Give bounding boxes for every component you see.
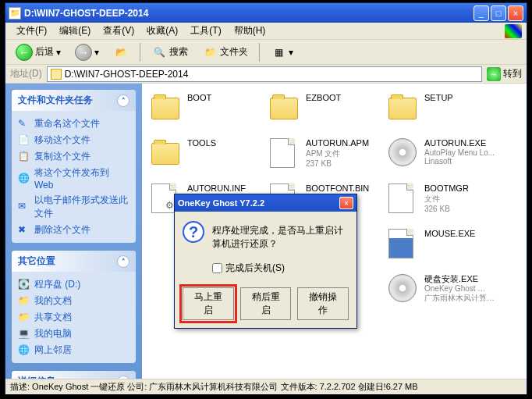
places-panel: 其它位置 ˄ 💽程序盘 (D:)📁我的文档📁共享文档💻我的电脑🌐网上邻居	[12, 251, 136, 363]
file-item[interactable]: AUTORUN.APMAPM 文件237 KB	[268, 137, 387, 182]
file-name: TOOLS	[187, 138, 216, 148]
minimize-button[interactable]: _	[473, 5, 489, 21]
chevron-up-icon: ˄	[117, 94, 129, 107]
file-item[interactable]: AUTORUN.EXEAutoPlay Menu Lo...Linasoft	[387, 137, 505, 182]
file-name: BOOTMGR	[424, 183, 469, 194]
chevron-up-icon: ˄	[117, 376, 129, 379]
file-item[interactable]: BOOTMGR文件326 KB	[387, 182, 505, 227]
file-sub2: 237 KB	[306, 159, 369, 168]
address-bar: 地址(D) D:\WIN7-GHOST-DEEP-2014 → 转到	[5, 65, 527, 84]
network-icon: 🌐	[18, 344, 30, 357]
menu-favorites[interactable]: 收藏(A)	[140, 23, 184, 39]
place-network[interactable]: 🌐网上邻居	[18, 342, 129, 358]
window-title: D:\WIN7-GHOST-DEEP-2014	[24, 8, 473, 19]
back-button[interactable]: ← 后退 ▾	[10, 41, 66, 64]
place-my-documents[interactable]: 📁我的文档	[18, 293, 129, 309]
folder-icon	[151, 143, 179, 165]
go-arrow-icon: →	[487, 67, 501, 81]
onekey-ghost-dialog: OneKey Ghost Y7.2.2 × ? 程序处理完成，是否马上重启计算机…	[174, 194, 357, 329]
chevron-down-icon: ▾	[56, 47, 61, 58]
task-rename[interactable]: ✎重命名这个文件	[18, 116, 129, 132]
file-sub1: AutoPlay Menu Lo...	[424, 148, 495, 157]
file-item[interactable]: 硬盘安装.EXEOneKey Ghost …广东雨林木风计算…	[387, 273, 505, 318]
titlebar[interactable]: 📁 D:\WIN7-GHOST-DEEP-2014 _ □ ×	[5, 3, 527, 23]
menubar: 文件(F) 编辑(E) 查看(V) 收藏(A) 工具(T) 帮助(H)	[5, 23, 527, 40]
menu-tools[interactable]: 工具(T)	[184, 23, 227, 39]
cd-icon	[388, 138, 417, 166]
delete-icon: ✖	[18, 224, 30, 237]
file-item[interactable]: SETUP	[387, 91, 505, 137]
search-button[interactable]: 🔍搜索	[146, 41, 193, 63]
copy-icon: 📋	[18, 151, 30, 163]
place-shared-documents[interactable]: 📁共享文档	[18, 309, 129, 326]
my-documents-icon: 📁	[18, 295, 30, 308]
drive-d-icon: 💽	[18, 279, 30, 291]
move-icon: 📄	[18, 134, 30, 147]
task-copy[interactable]: 📋复制这个文件	[18, 148, 129, 165]
chevron-down-icon: ▾	[94, 47, 99, 58]
file-item[interactable]: BOOT	[150, 91, 268, 137]
file-name: BOOTFONT.BIN	[306, 183, 369, 194]
status-bar: 描述: OneKey Ghost 一键还原 公司: 广东雨林木风计算机科技有限公…	[5, 379, 527, 394]
close-button[interactable]: ×	[508, 5, 523, 21]
file-item[interactable]: EZBOOT	[268, 91, 387, 137]
shutdown-checkbox-input[interactable]	[212, 263, 222, 273]
forward-button[interactable]: → ▾	[69, 41, 105, 64]
tasks-panel: 文件和文件夹任务 ˄ ✎重命名这个文件📄移动这个文件📋复制这个文件🌐将这个文件发…	[12, 90, 136, 243]
views-button[interactable]: ▦▾	[265, 41, 299, 63]
shutdown-checkbox[interactable]: 完成后关机(S)	[212, 262, 349, 275]
places-panel-header[interactable]: 其它位置 ˄	[12, 251, 136, 272]
menu-file[interactable]: 文件(F)	[10, 23, 53, 39]
details-panel-header[interactable]: 详细信息 ˄	[12, 371, 136, 379]
file-sub1: 文件	[424, 194, 469, 205]
place-drive-d[interactable]: 💽程序盘 (D:)	[18, 276, 129, 293]
app-file-icon	[388, 229, 413, 258]
folders-button[interactable]: 📁文件夹	[197, 41, 254, 63]
task-move[interactable]: 📄移动这个文件	[18, 132, 129, 148]
task-email[interactable]: ✉以电子邮件形式发送此文件	[18, 192, 129, 222]
file-item[interactable]: MOUSE.EXE	[387, 227, 505, 273]
file-name: AUTORUN.EXE	[424, 138, 495, 148]
task-publish[interactable]: 🌐将这个文件发布到 Web	[18, 165, 129, 192]
views-icon: ▦	[271, 45, 286, 60]
back-arrow-icon: ←	[16, 44, 33, 61]
go-button[interactable]: → 转到	[487, 67, 522, 81]
folder-up-icon: 📂	[113, 45, 129, 60]
place-my-computer[interactable]: 💻我的电脑	[18, 326, 129, 342]
menu-view[interactable]: 查看(V)	[97, 23, 140, 39]
maximize-button[interactable]: □	[491, 5, 506, 21]
ini-file-icon	[151, 183, 176, 213]
restart-now-button[interactable]: 马上重启	[183, 287, 234, 320]
file-item[interactable]: TOOLS	[150, 137, 268, 182]
my-computer-icon: 💻	[18, 328, 30, 340]
toolbar: ← 后退 ▾ → ▾ 📂 🔍搜索 📁文件夹 ▦▾	[5, 40, 527, 65]
sidebar: 文件和文件夹任务 ˄ ✎重命名这个文件📄移动这个文件📋复制这个文件🌐将这个文件发…	[5, 84, 142, 379]
separator	[259, 43, 260, 62]
file-sub1: OneKey Ghost …	[424, 284, 495, 293]
task-delete[interactable]: ✖删除这个文件	[18, 222, 129, 238]
folder-icon	[51, 69, 62, 80]
menu-edit[interactable]: 编辑(E)	[53, 23, 97, 39]
folder-icon: 📁	[9, 7, 21, 20]
cd-icon	[388, 274, 417, 302]
separator	[140, 43, 140, 62]
address-field[interactable]: D:\WIN7-GHOST-DEEP-2014	[47, 66, 482, 82]
search-icon: 🔍	[151, 45, 167, 60]
undo-button[interactable]: 撤销操作	[297, 287, 349, 320]
dialog-close-button[interactable]: ×	[339, 197, 353, 209]
file-name: SETUP	[424, 93, 453, 103]
dialog-titlebar[interactable]: OneKey Ghost Y7.2.2 ×	[175, 194, 356, 212]
file-name: BOOT	[187, 93, 211, 103]
shared-documents-icon: 📁	[18, 312, 30, 324]
menu-help[interactable]: 帮助(H)	[228, 23, 272, 39]
dialog-message: 程序处理完成，是否马上重启计算机进行还原？	[212, 221, 349, 251]
restart-later-button[interactable]: 稍后重启	[240, 287, 292, 320]
tasks-panel-header[interactable]: 文件和文件夹任务 ˄	[12, 90, 136, 111]
forward-arrow-icon: →	[75, 44, 92, 61]
details-panel: 详细信息 ˄ 硬盘安装.EXE 应用程序 修改日期: 2014年4月20日, 8…	[12, 371, 136, 379]
address-value: D:\WIN7-GHOST-DEEP-2014	[65, 69, 189, 80]
up-button[interactable]: 📂	[108, 41, 134, 63]
file-name: AUTORUN.INF	[187, 183, 246, 194]
folder-icon	[151, 98, 179, 119]
file-sub2: 326 KB	[424, 205, 469, 213]
